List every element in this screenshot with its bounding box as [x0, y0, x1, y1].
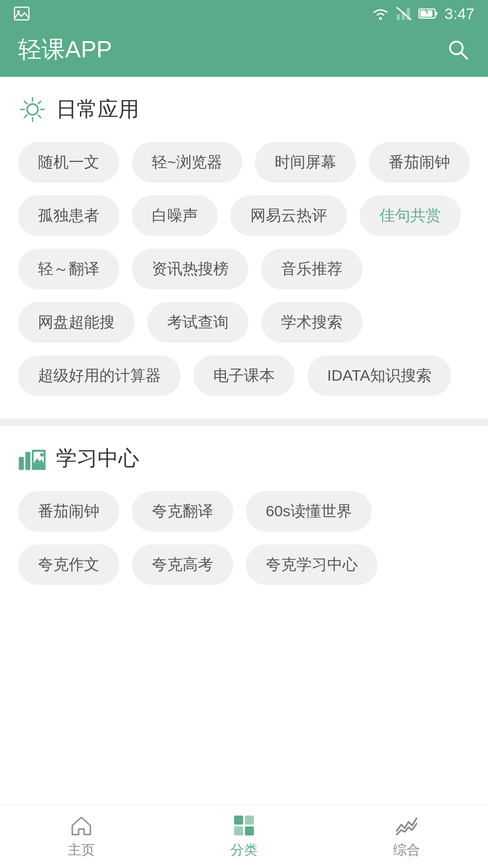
- svg-line-20: [38, 101, 41, 104]
- tag-item[interactable]: 夸克高考: [132, 544, 233, 585]
- svg-rect-28: [245, 816, 254, 825]
- category-icon: [232, 814, 256, 837]
- nav-item-home[interactable]: 主页: [0, 809, 163, 864]
- app-title: 轻课APP: [18, 34, 112, 66]
- nav-home-label: 主页: [68, 841, 95, 859]
- status-left: [14, 5, 30, 22]
- daily-apps-title: 日常应用: [56, 95, 139, 123]
- tag-item[interactable]: 番茄闹钟: [18, 491, 119, 532]
- tag-item[interactable]: 网易云热评: [230, 195, 347, 236]
- svg-point-2: [379, 17, 382, 20]
- tag-item[interactable]: IDATA知识搜索: [307, 355, 451, 396]
- tag-item[interactable]: 轻~浏览器: [132, 142, 242, 183]
- svg-rect-22: [19, 457, 24, 470]
- status-time: 3:47: [445, 5, 474, 23]
- tag-item[interactable]: 轻～翻译: [18, 249, 119, 289]
- image-icon: [14, 5, 30, 22]
- daily-apps-icon: [18, 95, 47, 124]
- tag-item[interactable]: 学术搜索: [261, 302, 362, 343]
- nav-item-composite[interactable]: 综合: [325, 809, 488, 864]
- tag-item[interactable]: 随机一文: [18, 142, 119, 183]
- svg-line-18: [24, 101, 27, 104]
- tag-item[interactable]: 佳句共赏: [360, 195, 461, 236]
- nav-category-label: 分类: [230, 841, 258, 859]
- bottom-nav: 主页 分类 综合: [0, 805, 488, 868]
- tag-item[interactable]: 资讯热搜榜: [132, 249, 249, 289]
- search-button[interactable]: [446, 38, 470, 61]
- svg-line-12: [461, 52, 467, 59]
- svg-rect-30: [245, 826, 254, 835]
- tag-item[interactable]: 音乐推荐: [261, 249, 362, 289]
- svg-rect-0: [14, 7, 29, 20]
- nav-item-category[interactable]: 分类: [163, 809, 325, 864]
- learning-center-title: 学习中心: [56, 444, 139, 472]
- svg-rect-3: [397, 14, 400, 20]
- svg-line-19: [38, 115, 41, 118]
- app-header: 轻课APP: [0, 27, 488, 77]
- main-content: 日常应用 随机一文轻~浏览器时间屏幕番茄闹钟孤独患者白噪声网易云热评佳句共赏轻～…: [0, 77, 488, 805]
- learning-center-tags: 番茄闹钟夸克翻译60s读懂世界夸克作文夸克高考夸克学习中心: [18, 491, 470, 599]
- learning-center-icon: [18, 444, 47, 473]
- composite-icon: [395, 814, 418, 837]
- tag-item[interactable]: 网盘超能搜: [18, 302, 135, 343]
- tag-item[interactable]: 超级好用的计算器: [18, 355, 181, 396]
- tag-item[interactable]: 番茄闹钟: [369, 142, 470, 183]
- tag-item[interactable]: 电子课本: [193, 355, 295, 396]
- nav-composite-label: 综合: [393, 841, 420, 859]
- svg-rect-27: [234, 816, 243, 825]
- section-divider: [0, 419, 488, 426]
- svg-rect-8: [435, 12, 437, 15]
- status-bar: 3:47: [0, 0, 488, 27]
- signal-icon: [396, 6, 412, 21]
- tag-item[interactable]: 夸克作文: [18, 544, 119, 585]
- svg-point-13: [27, 104, 38, 115]
- learning-center-header: 学习中心: [18, 444, 470, 473]
- daily-apps-section: 日常应用 随机一文轻~浏览器时间屏幕番茄闹钟孤独患者白噪声网易云热评佳句共赏轻～…: [0, 77, 488, 419]
- tag-item[interactable]: 孤独患者: [18, 195, 119, 236]
- tag-item[interactable]: 60s读懂世界: [246, 491, 372, 532]
- learning-center-section: 学习中心 番茄闹钟夸克翻译60s读懂世界夸克作文夸克高考夸克学习中心: [0, 426, 488, 608]
- svg-line-21: [24, 115, 27, 118]
- daily-apps-tags: 随机一文轻~浏览器时间屏幕番茄闹钟孤独患者白噪声网易云热评佳句共赏轻～翻译资讯热…: [18, 142, 470, 410]
- tag-item[interactable]: 考试查询: [147, 302, 249, 343]
- battery-icon: [418, 7, 438, 20]
- tag-item[interactable]: 白噪声: [132, 195, 218, 236]
- search-icon: [446, 38, 470, 61]
- svg-rect-29: [234, 826, 243, 835]
- learning-icon: [18, 444, 47, 473]
- sun-icon: [18, 95, 47, 124]
- tag-item[interactable]: 夸克翻译: [132, 491, 233, 532]
- wifi-icon: [371, 6, 389, 21]
- svg-rect-23: [25, 452, 30, 470]
- svg-point-1: [17, 10, 20, 13]
- home-icon: [70, 814, 93, 837]
- tag-item[interactable]: 夸克学习中心: [246, 544, 378, 585]
- daily-apps-header: 日常应用: [18, 95, 470, 124]
- tag-item[interactable]: 时间屏幕: [255, 142, 356, 183]
- status-right: 3:47: [371, 5, 474, 23]
- svg-point-26: [40, 453, 44, 457]
